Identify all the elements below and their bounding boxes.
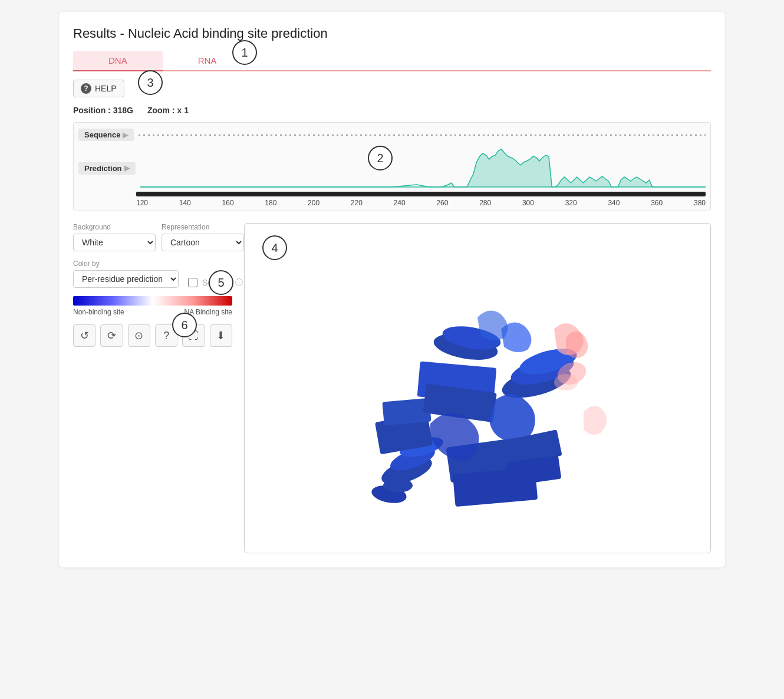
representation-select[interactable]: Cartoon Surface Stick Sphere — [162, 234, 244, 251]
color-by-control: Color by Per-residue prediction Chain Re… — [73, 260, 179, 288]
page-title: Results - Nucleic Acid binding site pred… — [73, 26, 711, 41]
tab-bar: DNA RNA — [73, 51, 711, 71]
color-by-select[interactable]: Per-residue prediction Chain Residue typ… — [73, 270, 179, 288]
representation-label: Representation — [162, 223, 244, 231]
color-surface-group: Color by Per-residue prediction Chain Re… — [73, 260, 232, 288]
svg-point-20 — [554, 374, 578, 390]
zoom-info: Zoom : x 1 — [147, 106, 189, 115]
svg-point-24 — [383, 478, 413, 493]
help-label: HELP — [95, 84, 117, 93]
svg-marker-2 — [555, 176, 611, 187]
svg-marker-4 — [442, 183, 454, 187]
help2-button[interactable]: ? — [155, 324, 177, 347]
svg-marker-3 — [618, 177, 653, 187]
legend-bar: Non-binding site NA Binding site — [73, 296, 232, 316]
surface-info-icon: ⓘ — [235, 277, 243, 288]
na-binding-label: NA Binding site — [185, 308, 232, 316]
protein-structure-svg — [330, 247, 625, 530]
gradient-bar — [73, 296, 232, 306]
controls-panel: Background White Black Grey Representati… — [73, 223, 232, 347]
help-button[interactable]: ? HELP — [73, 80, 124, 97]
representation-control: Representation Cartoon Surface Stick Sph… — [162, 223, 244, 251]
svg-marker-1 — [467, 149, 552, 187]
download-button[interactable]: ⬇ — [210, 324, 232, 347]
prediction-graph — [140, 145, 706, 192]
prediction-svg-area — [140, 145, 706, 192]
position-info: Position : 318G — [73, 106, 133, 115]
surface-control: Surface ⓘ — [188, 277, 243, 288]
spin-button[interactable]: ⟳ — [100, 324, 123, 347]
x-axis-bar — [136, 192, 706, 196]
prediction-row: Prediction ▶ — [78, 145, 706, 192]
viewer-panel[interactable]: 4 — [244, 223, 711, 553]
surface-label: Surface — [202, 278, 230, 287]
background-representation-group: Background White Black Grey Representati… — [73, 223, 232, 251]
legend-labels: Non-binding site NA Binding site — [73, 308, 232, 316]
background-label: Background — [73, 223, 156, 231]
background-select[interactable]: White Black Grey — [73, 234, 156, 251]
x-axis-labels: 120 140 160 180 200 220 240 260 280 300 … — [136, 199, 706, 211]
tab-dna[interactable]: DNA — [73, 51, 163, 70]
sequence-row: Sequence ▶ — [78, 129, 706, 141]
select-row-top: Background White Black Grey Representati… — [73, 223, 232, 251]
screenshot-button[interactable]: ⊙ — [128, 324, 150, 347]
question-icon: ? — [81, 83, 91, 94]
tab-rna[interactable]: RNA — [163, 51, 252, 70]
fullscreen-button[interactable]: ⛶ — [182, 324, 205, 347]
surface-checkbox[interactable] — [188, 278, 197, 287]
chart-area: Sequence ▶ Prediction ▶ — [73, 122, 711, 211]
bottom-area: Background White Black Grey Representati… — [73, 223, 711, 553]
reset-view-button[interactable]: ↺ — [73, 324, 95, 347]
non-binding-label: Non-binding site — [73, 308, 124, 316]
main-container: Results - Nucleic Acid binding site pred… — [59, 12, 725, 567]
info-bar: Position : 318G Zoom : x 1 — [73, 106, 711, 115]
prediction-label: Prediction ▶ — [78, 162, 136, 175]
annotation-4: 4 — [262, 235, 287, 260]
sequence-line — [139, 134, 706, 136]
color-by-label: Color by — [73, 260, 179, 268]
background-control: Background White Black Grey — [73, 223, 156, 251]
sequence-label: Sequence ▶ — [78, 129, 134, 141]
action-buttons: ↺ ⟳ ⊙ ? ⛶ ⬇ 6 — [73, 324, 232, 347]
